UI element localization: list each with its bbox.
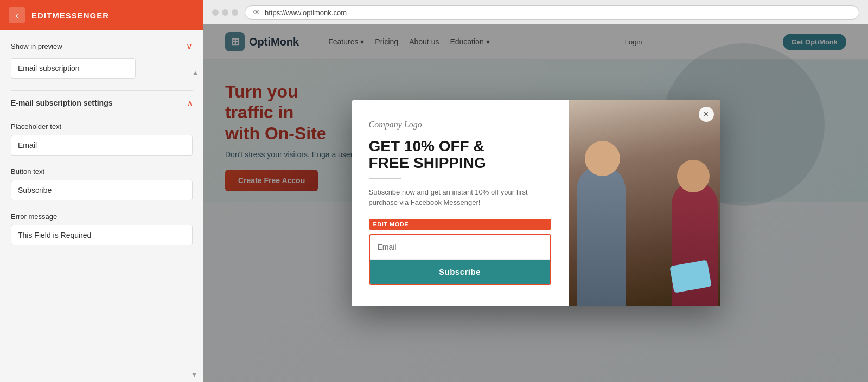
right-panel: 👁 https://www.optimonk.com ⊞ OptiMonk Fe… [203,0,868,382]
section-title: E-mail subscription settings [11,99,112,107]
page-title: EDITMESSENGER [31,11,109,20]
modal-divider [369,178,401,179]
scroll-down-indicator: ▼ [190,370,198,379]
modal-photo [569,100,720,306]
person1-head [585,141,620,176]
dot-3 [232,9,238,16]
modal-popup: × Company Logo GET 10% OFF & FREE SHIPPI… [352,100,720,306]
button-text-label: Button text [11,167,193,176]
modal-subtext: Subscribe now and get an instant 10% off… [369,187,551,208]
modal-form: Subscribe [369,234,551,285]
left-header: ‹ EDITMESSENGER [0,0,203,30]
person2-head [677,160,710,192]
eye-icon: 👁 [253,8,260,17]
show-preview-label: Show in preview [11,42,62,50]
modal-subscribe-button[interactable]: Subscribe [370,260,550,284]
show-preview-row: Show in preview ∨ [11,41,193,51]
placeholder-text-group: Placeholder text [11,122,193,156]
placeholder-text-input[interactable] [11,135,193,156]
person1-body [577,165,626,306]
left-content: Show in preview ∨ E-mail subscription se… [0,30,203,368]
error-message-group: Error message [11,212,193,245]
modal-right-image [569,100,720,306]
show-preview-input[interactable] [11,58,136,79]
modal-left: Company Logo GET 10% OFF & FREE SHIPPING… [352,100,569,306]
modal-close-button[interactable]: × [699,107,714,122]
button-text-group: Button text [11,167,193,200]
scroll-up-indicator: ▲ [192,68,199,77]
modal-headline: GET 10% OFF & FREE SHIPPING [369,138,551,172]
error-message-label: Error message [11,212,193,221]
dot-2 [222,9,228,16]
chevron-up-icon[interactable]: ∧ [187,99,193,107]
modal-email-input[interactable] [370,235,550,260]
dot-1 [212,9,219,16]
show-preview-field [11,58,193,79]
chevron-down-icon[interactable]: ∨ [186,41,193,51]
browser-chrome: 👁 https://www.optimonk.com [203,0,868,24]
company-logo-text: Company Logo [369,120,551,130]
error-message-input[interactable] [11,225,193,245]
left-panel: ‹ EDITMESSENGER ▲ Show in preview ∨ E-ma… [0,0,203,382]
address-bar[interactable]: 👁 https://www.optimonk.com [245,5,859,20]
modal-overlay: × Company Logo GET 10% OFF & FREE SHIPPI… [203,24,868,382]
edit-mode-badge: EDIT MODE [369,219,551,230]
placeholder-text-label: Placeholder text [11,122,193,131]
browser-content: ⊞ OptiMonk Features ▾ Pricing About us E… [203,24,868,382]
button-text-input[interactable] [11,180,193,200]
browser-dots [212,9,238,16]
back-button[interactable]: ‹ [9,7,25,23]
email-subscription-section-header: E-mail subscription settings ∧ [11,90,193,113]
url-text: https://www.optimonk.com [265,9,347,17]
